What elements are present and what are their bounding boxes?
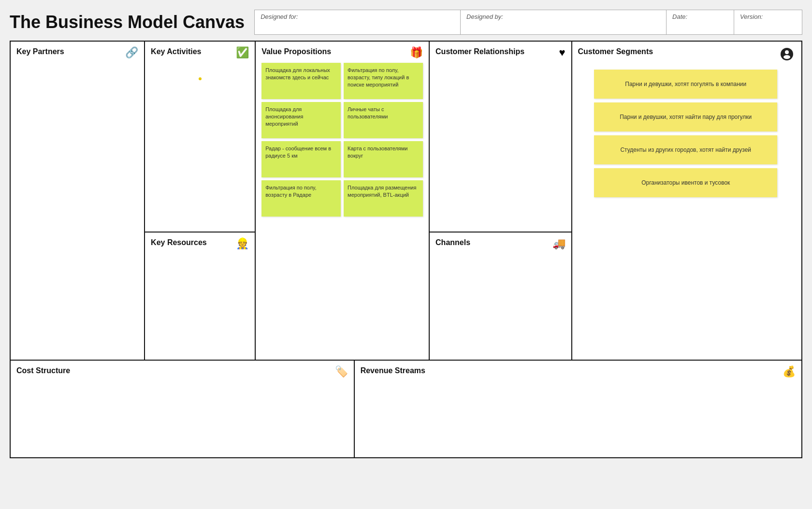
vp-sticky-2[interactable]: Площадка для анонсирования мероприятий (261, 102, 341, 138)
cs-header: Customer Segments (578, 47, 794, 63)
customer-relationships-section: Customer Relationships ♥ (430, 42, 571, 233)
cs-sticky-1[interactable]: Парни и девушки, хотят погулять в компан… (594, 70, 777, 99)
cs-icon (780, 47, 794, 63)
cost-header: Cost Structure 🏷️ (16, 366, 348, 377)
revenue-title: Revenue Streams (361, 366, 425, 375)
channels-title: Channels (435, 238, 470, 247)
page-title: The Business Model Canvas (10, 12, 245, 32)
vp-right-col: Фильтрация по полу, возрасту, типу локац… (344, 63, 423, 217)
designed-by-label: Designed by: (466, 13, 660, 20)
designed-for-field[interactable]: Designed for: (255, 10, 461, 34)
version-label: Version: (740, 13, 796, 20)
key-partners-title: Key Partners (16, 47, 64, 56)
key-resources-title: Key Resources (151, 238, 207, 247)
channels-section: Channels 🚚 (430, 233, 571, 360)
key-activities-section: Key Activities ✅ (145, 42, 255, 233)
vp-sticky-7[interactable]: Карта с пользователями вокруг (344, 141, 423, 177)
cost-icon: 🏷️ (335, 366, 348, 377)
cs-sticky-3[interactable]: Студенты из других городов, хотят найти … (594, 135, 777, 164)
key-resources-icon: 👷 (236, 238, 249, 249)
date-label: Date: (672, 13, 728, 20)
revenue-icon: 💰 (783, 366, 796, 377)
cs-sticky-4[interactable]: Организаторы ивентов и тусовок (594, 168, 777, 197)
revenue-header: Revenue Streams 💰 (361, 366, 796, 377)
key-activities-icon: ✅ (236, 47, 249, 58)
page-wrapper: The Business Model Canvas Designed for: … (10, 10, 802, 458)
channels-icon: 🚚 (552, 238, 566, 249)
canvas-main-row: Key Partners 🔗 Key Activities ✅ (11, 42, 801, 361)
key-partners-icon: 🔗 (125, 47, 138, 58)
svg-point-1 (785, 50, 789, 54)
vp-sticky-8[interactable]: Площадка для размещения мероприятий, BTL… (344, 180, 423, 217)
designed-by-field[interactable]: Designed by: (461, 10, 667, 34)
designed-for-label: Designed for: (261, 13, 454, 20)
cr-icon: ♥ (559, 47, 565, 58)
vp-sticky-1[interactable]: Площадка для локальных знакомств здесь и… (261, 63, 341, 99)
vp-header: Value Propositions 🎁 (261, 47, 423, 58)
value-propositions-section: Value Propositions 🎁 Площадка для локаль… (256, 42, 430, 360)
vp-icon: 🎁 (410, 47, 423, 58)
key-activities-header: Key Activities ✅ (151, 47, 249, 58)
cr-col: Customer Relationships ♥ Channels 🚚 (430, 42, 572, 360)
cs-sticky-2[interactable]: Парни и девушки, хотят найти пару для пр… (594, 102, 777, 131)
vp-sticky-4[interactable]: Фильтрация по полу, возрасту в Радаре (261, 180, 341, 217)
canvas: Key Partners 🔗 Key Activities ✅ (10, 41, 802, 458)
page-header: The Business Model Canvas Designed for: … (10, 10, 802, 35)
key-partners-header: Key Partners 🔗 (16, 47, 138, 58)
vp-stickies-grid: Площадка для локальных знакомств здесь и… (261, 63, 423, 217)
key-resources-header: Key Resources 👷 (151, 238, 249, 249)
svg-point-2 (783, 55, 790, 59)
cs-stickies-container: Парни и девушки, хотят погулять в компан… (578, 68, 794, 197)
customer-segments-section: Customer Segments Парни и девушки, хотят… (572, 42, 799, 360)
key-resources-section: Key Resources 👷 (145, 233, 255, 360)
cs-title: Customer Segments (578, 47, 653, 56)
version-field[interactable]: Version: (734, 10, 802, 34)
cr-header: Customer Relationships ♥ (435, 47, 565, 58)
revenue-streams-section: Revenue Streams 💰 (355, 361, 801, 457)
cost-title: Cost Structure (16, 366, 70, 375)
vp-title: Value Propositions (261, 47, 331, 56)
cost-structure-section: Cost Structure 🏷️ (11, 361, 355, 457)
canvas-bottom-row: Cost Structure 🏷️ Revenue Streams 💰 (11, 361, 801, 457)
vp-sticky-6[interactable]: Личные чаты с пользователями (344, 102, 423, 138)
vp-sticky-5[interactable]: Фильтрация по полу, возрасту, типу локац… (344, 63, 423, 99)
dot-decoration (151, 77, 249, 80)
split-column: Key Activities ✅ Key Resources 👷 (145, 42, 256, 360)
channels-header: Channels 🚚 (435, 238, 565, 249)
key-partners-section: Key Partners 🔗 (11, 42, 145, 360)
vp-sticky-3[interactable]: Радар - сообщение всем в радиусе 5 км (261, 141, 341, 177)
header-fields: Designed for: Designed by: Date: Version… (254, 10, 802, 35)
key-activities-title: Key Activities (151, 47, 201, 56)
cr-title: Customer Relationships (435, 47, 524, 56)
vp-left-col: Площадка для локальных знакомств здесь и… (261, 63, 341, 217)
date-field[interactable]: Date: (667, 10, 734, 34)
